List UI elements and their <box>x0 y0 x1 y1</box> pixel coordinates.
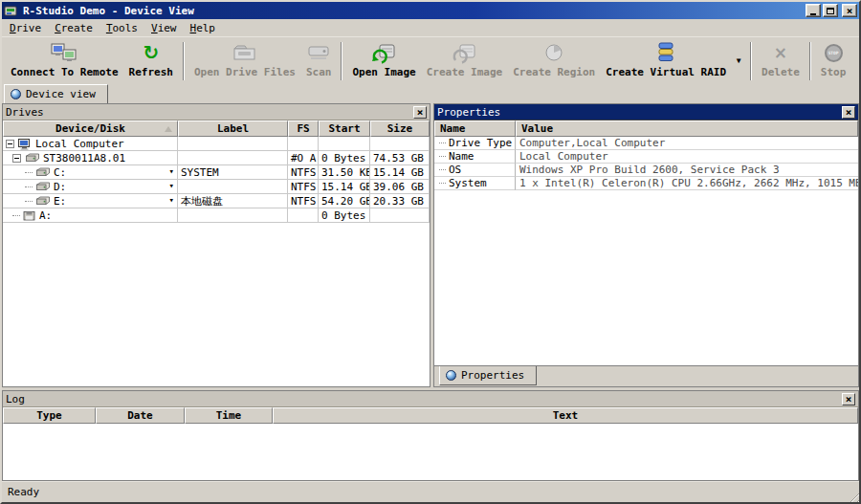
stop-button: STOP Stop <box>816 39 851 83</box>
column-header-value[interactable]: Value <box>516 121 858 137</box>
drives-panel-header[interactable]: Drives × <box>3 104 430 121</box>
table-row-partition-c[interactable]: C: ▾ SYSTEM NTFS 31.50 KB 15.14 GB <box>3 165 430 180</box>
open-drive-files-button: Open Drive Files <box>189 39 300 83</box>
create-virtual-raid-dropdown-arrow[interactable]: ▼ <box>732 42 745 80</box>
partition-dropdown-icon[interactable]: ▾ <box>169 182 174 190</box>
connect-to-remote-button[interactable]: Connect To Remote <box>6 39 123 83</box>
toolbar-separator <box>750 42 752 80</box>
collapse-icon[interactable] <box>12 154 21 163</box>
toolbar-button-label: Refresh <box>129 66 173 78</box>
resize-grip[interactable] <box>847 490 859 502</box>
column-header-fs[interactable]: FS <box>288 121 319 137</box>
table-row-floppy-a[interactable]: A: 0 Bytes <box>3 208 430 223</box>
refresh-button[interactable]: ↻ Refresh <box>124 39 178 83</box>
drives-close-icon[interactable]: × <box>413 106 427 119</box>
menu-create[interactable]: Create <box>48 20 99 36</box>
minimize-button[interactable] <box>806 4 821 17</box>
property-row[interactable]: System 1 x Intel(R) Celeron(R) CPU 2.66G… <box>434 177 858 190</box>
partition-icon <box>34 196 51 207</box>
toolbar-button-label: Create Virtual RAID <box>606 66 726 78</box>
log-close-icon[interactable]: × <box>842 393 855 405</box>
properties-panel-header[interactable]: Properties × <box>434 104 858 121</box>
column-header-name[interactable]: Name <box>434 121 516 137</box>
toolbar-separator <box>183 42 185 80</box>
toolbar-button-label: Open Drive Files <box>194 66 296 78</box>
device-name: C: <box>54 166 66 179</box>
column-header-time[interactable]: Time <box>185 407 273 424</box>
computer-icon <box>17 138 33 150</box>
toolbar-button-label: Create Region <box>513 66 595 78</box>
table-row-hdd[interactable]: ST380011A8.01 #O A··· 0 Bytes 74.53 GB <box>3 151 430 165</box>
open-image-button[interactable]: Open Image <box>347 39 420 83</box>
column-header-date[interactable]: Date <box>96 407 185 424</box>
sort-ascending-icon <box>165 126 172 132</box>
title-bar[interactable]: R-Studio Demo - Device View × <box>2 2 859 19</box>
table-row-partition-e[interactable]: E: ▾ 本地磁盘 NTFS 54.20 GB 20.33 GB <box>3 194 430 208</box>
toolbar-button-label: Stop <box>821 66 847 78</box>
app-window: R-Studio Demo - Device View × Drive Crea… <box>0 0 861 504</box>
partition-icon <box>34 167 51 178</box>
properties-panel: Properties × Name Value Drive Type Compu… <box>433 103 859 387</box>
create-image-button: Create Image <box>422 39 507 83</box>
hard-drive-icon <box>24 153 40 164</box>
menu-drive[interactable]: Drive <box>3 20 48 36</box>
device-name: D: <box>54 181 66 193</box>
collapse-icon[interactable] <box>6 140 14 148</box>
delete-icon: × <box>774 41 787 65</box>
log-panel-title: Log <box>6 393 25 405</box>
minimize-icon <box>810 13 816 15</box>
log-panel: Log × Type Date Time Text <box>2 390 859 481</box>
column-header-label[interactable]: Label <box>178 121 288 137</box>
menu-tools[interactable]: Tools <box>99 20 144 36</box>
drives-column-headers: Device/Disk Label FS Start Size <box>3 121 430 137</box>
raid-stack-icon <box>656 41 675 65</box>
log-panel-header[interactable]: Log × <box>3 391 858 407</box>
create-region-icon <box>543 41 564 65</box>
menu-help[interactable]: Help <box>184 20 223 36</box>
scan-button: Scan <box>301 39 337 83</box>
toolbar-button-label: Create Image <box>427 66 502 78</box>
toolbar-button-label: Delete <box>762 66 800 78</box>
property-row[interactable]: Name Local Computer <box>434 150 858 164</box>
window-controls: × <box>806 4 857 17</box>
maximize-button[interactable] <box>823 4 838 17</box>
delete-button: × Delete <box>757 39 805 83</box>
toolbar-button-label: Connect To Remote <box>11 66 119 78</box>
open-image-icon <box>372 41 396 65</box>
create-image-icon <box>453 41 476 65</box>
toolbar-separator <box>809 42 811 80</box>
folder-drive-icon <box>232 41 257 65</box>
log-body <box>3 424 858 480</box>
remote-computers-icon <box>51 41 77 65</box>
toolbar-button-label: Scan <box>306 66 332 78</box>
drives-panel: Drives × Device/Disk Label FS Start Size <box>2 103 430 387</box>
stop-sign-icon: STOP <box>825 41 843 65</box>
properties-tab-strip: Properties <box>434 365 858 386</box>
column-header-start[interactable]: Start <box>319 121 370 137</box>
table-row-partition-d[interactable]: D: ▾ NTFS 15.14 GB 39.06 GB <box>3 180 430 194</box>
menu-view[interactable]: View <box>144 20 184 36</box>
property-row[interactable]: OS Windows XP Pro Build 2600, Service Pa… <box>434 164 858 177</box>
tab-device-view[interactable]: Device view <box>4 84 108 103</box>
toolbar-button-label: Open Image <box>352 66 415 78</box>
column-header-size[interactable]: Size <box>370 121 430 137</box>
column-header-text[interactable]: Text <box>273 407 858 424</box>
column-header-type[interactable]: Type <box>3 407 96 424</box>
create-virtual-raid-button[interactable]: Create Virtual RAID <box>601 39 731 83</box>
maximize-icon <box>827 8 834 14</box>
tab-properties[interactable]: Properties <box>439 366 537 385</box>
property-row[interactable]: Drive Type Computer,Local Computer <box>434 137 858 150</box>
app-icon <box>4 5 17 17</box>
device-name: E: <box>54 195 66 208</box>
scan-drive-icon <box>307 41 330 65</box>
toolbar: Connect To Remote ↻ Refresh Open Drive F… <box>2 36 859 84</box>
chevron-down-icon: ▼ <box>737 56 741 65</box>
partition-dropdown-icon[interactable]: ▾ <box>169 167 174 176</box>
tab-label: Properties <box>461 369 524 382</box>
column-header-device-disk[interactable]: Device/Disk <box>3 121 178 137</box>
close-button[interactable]: × <box>842 4 857 17</box>
create-region-button: Create Region <box>508 39 600 83</box>
properties-close-icon[interactable]: × <box>842 106 855 119</box>
partition-dropdown-icon[interactable]: ▾ <box>169 196 174 205</box>
table-row-local-computer[interactable]: Local Computer <box>3 137 430 151</box>
